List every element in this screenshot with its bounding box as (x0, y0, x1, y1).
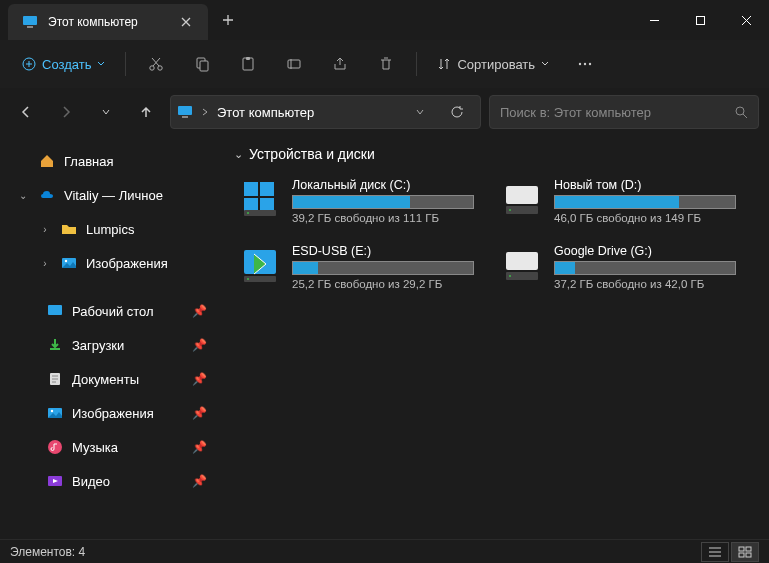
pictures-icon (46, 404, 64, 422)
chevron-down-icon (97, 60, 105, 68)
trash-icon (378, 56, 394, 72)
sidebar-item-onedrive[interactable]: ⌄ Vitaliy — Личное (4, 178, 214, 212)
svg-point-33 (509, 209, 511, 211)
svg-rect-26 (260, 182, 274, 196)
create-button[interactable]: Создать (12, 47, 115, 81)
recent-dropdown[interactable] (90, 96, 122, 128)
section-devices-header[interactable]: ⌄ Устройства и диски (234, 146, 753, 162)
music-icon (46, 438, 64, 456)
plus-circle-icon (22, 57, 36, 71)
search-box[interactable]: Поиск в: Этот компьютер (489, 95, 759, 129)
svg-point-23 (48, 440, 62, 454)
sidebar-label: Изображения (86, 256, 208, 271)
sidebar-item-lumpics[interactable]: › Lumpics (4, 212, 214, 246)
sidebar-item-pictures[interactable]: Изображения 📌 (4, 396, 214, 430)
svg-rect-14 (178, 106, 192, 115)
sidebar-item-images[interactable]: › Изображения (4, 246, 214, 280)
new-tab-button[interactable] (208, 0, 248, 40)
drive-capacity-bar (292, 195, 474, 209)
details-view-button[interactable] (701, 542, 729, 562)
address-dropdown[interactable] (408, 107, 432, 117)
drive-free-space: 39,2 ГБ свободно из 111 ГБ (292, 212, 474, 224)
sidebar-item-downloads[interactable]: Загрузки 📌 (4, 328, 214, 362)
svg-rect-15 (182, 116, 188, 118)
drive-name: Google Drive (G:) (554, 244, 736, 258)
svg-point-36 (247, 278, 249, 280)
chevron-right-icon: › (38, 224, 52, 235)
drive-capacity-bar (554, 261, 736, 275)
breadcrumb-sep-icon (201, 108, 209, 116)
rename-icon (286, 56, 302, 72)
rename-button[interactable] (274, 47, 314, 81)
up-button[interactable] (130, 96, 162, 128)
svg-rect-28 (260, 198, 274, 212)
toolbar: Создать Сортировать (0, 40, 769, 88)
svg-point-4 (150, 66, 154, 70)
drive-item[interactable]: Google Drive (G:)37,2 ГБ свободно из 42,… (496, 238, 740, 296)
drive-item[interactable]: ESD-USB (E:)25,2 ГБ свободно из 29,2 ГБ (234, 238, 478, 296)
video-icon (46, 472, 64, 490)
sidebar-item-desktop[interactable]: Рабочий стол 📌 (4, 294, 214, 328)
drive-free-space: 25,2 ГБ свободно из 29,2 ГБ (292, 278, 474, 290)
maximize-button[interactable] (677, 0, 723, 40)
close-window-button[interactable] (723, 0, 769, 40)
svg-rect-2 (696, 16, 704, 24)
statusbar: Элементов: 4 (0, 539, 769, 563)
sidebar-label: Изображения (72, 406, 184, 421)
search-icon (734, 105, 748, 119)
sidebar-label: Документы (72, 372, 184, 387)
sort-icon (437, 57, 451, 71)
minimize-button[interactable] (631, 0, 677, 40)
more-button[interactable] (565, 47, 605, 81)
sidebar-label: Загрузки (72, 338, 184, 353)
share-button[interactable] (320, 47, 360, 81)
svg-rect-0 (23, 16, 37, 25)
close-tab-icon[interactable] (178, 14, 194, 30)
svg-rect-41 (746, 547, 751, 551)
ellipsis-icon (577, 56, 593, 72)
chevron-right-icon: › (38, 258, 52, 269)
copy-button[interactable] (182, 47, 222, 81)
section-title: Устройства и диски (249, 146, 375, 162)
downloads-icon (46, 336, 64, 354)
svg-rect-25 (244, 182, 258, 196)
sidebar: Главная ⌄ Vitaliy — Личное › Lumpics › И… (0, 136, 218, 539)
svg-rect-19 (48, 305, 62, 315)
pin-icon: 📌 (192, 304, 208, 318)
home-icon (38, 152, 56, 170)
delete-button[interactable] (366, 47, 406, 81)
monitor-icon (177, 104, 193, 120)
paste-button[interactable] (228, 47, 268, 81)
drive-item[interactable]: Новый том (D:)46,0 ГБ свободно из 149 ГБ (496, 172, 740, 230)
copy-icon (194, 56, 210, 72)
drives-grid: Локальный диск (C:)39,2 ГБ свободно из 1… (234, 172, 753, 296)
pin-icon: 📌 (192, 338, 208, 352)
forward-button[interactable] (50, 96, 82, 128)
cut-button[interactable] (136, 47, 176, 81)
pin-icon: 📌 (192, 406, 208, 420)
tiles-view-button[interactable] (731, 542, 759, 562)
sort-button[interactable]: Сортировать (427, 47, 559, 81)
svg-rect-9 (246, 57, 250, 60)
svg-rect-7 (200, 61, 208, 71)
drive-item[interactable]: Локальный диск (C:)39,2 ГБ свободно из 1… (234, 172, 478, 230)
address-bar[interactable]: Этот компьютер (170, 95, 481, 129)
back-button[interactable] (10, 96, 42, 128)
svg-rect-37 (506, 252, 538, 270)
sidebar-item-home[interactable]: Главная (4, 144, 214, 178)
sidebar-label: Vitaliy — Личное (64, 188, 208, 203)
sidebar-item-documents[interactable]: Документы 📌 (4, 362, 214, 396)
sidebar-item-videos[interactable]: Видео 📌 (4, 464, 214, 498)
svg-point-18 (65, 260, 67, 262)
refresh-button[interactable] (440, 95, 474, 129)
chevron-down-icon (541, 60, 549, 68)
svg-point-5 (158, 66, 162, 70)
sidebar-item-music[interactable]: Музыка 📌 (4, 430, 214, 464)
drive-name: Локальный диск (C:) (292, 178, 474, 192)
folder-icon (60, 220, 78, 238)
svg-point-16 (736, 107, 744, 115)
pin-icon: 📌 (192, 440, 208, 454)
sidebar-label: Рабочий стол (72, 304, 184, 319)
tab-this-pc[interactable]: Этот компьютер (8, 4, 208, 40)
tab-title: Этот компьютер (48, 15, 168, 29)
